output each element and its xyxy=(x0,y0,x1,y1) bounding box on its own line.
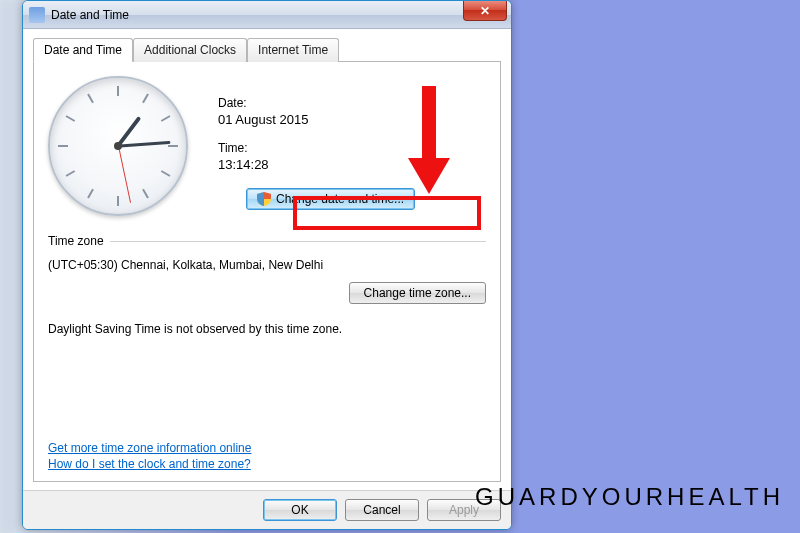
date-time-row: Date: 01 August 2015 Time: 13:14:28 Chan xyxy=(48,76,486,216)
timezone-value: (UTC+05:30) Chennai, Kolkata, Mumbai, Ne… xyxy=(48,258,486,272)
dialog-footer: OK Cancel Apply xyxy=(23,490,511,529)
timezone-section-header: Time zone xyxy=(48,234,486,248)
analog-clock xyxy=(48,76,188,216)
time-value: 13:14:28 xyxy=(218,157,415,172)
shield-icon xyxy=(257,192,271,206)
change-timezone-label: Change time zone... xyxy=(364,286,471,300)
clock-pin xyxy=(114,142,122,150)
minute-hand xyxy=(118,141,170,148)
app-icon xyxy=(29,7,45,23)
date-time-window: Date and Time ✕ Date and Time Additional… xyxy=(22,0,512,530)
ok-button[interactable]: OK xyxy=(263,499,337,521)
titlebar[interactable]: Date and Time ✕ xyxy=(23,1,511,29)
tab-label: Date and Time xyxy=(44,43,122,57)
second-hand xyxy=(118,146,131,203)
tab-strip: Date and Time Additional Clocks Internet… xyxy=(33,37,501,62)
client-area: Date and Time Additional Clocks Internet… xyxy=(23,29,511,490)
time-label: Time: xyxy=(218,141,415,155)
timezone-section-label: Time zone xyxy=(48,234,104,248)
link-label: How do I set the clock and time zone? xyxy=(48,457,251,471)
tab-date-and-time[interactable]: Date and Time xyxy=(33,38,133,62)
clock-face xyxy=(48,76,188,216)
change-date-time-label: Change date and time... xyxy=(276,192,404,206)
tab-label: Internet Time xyxy=(258,43,328,57)
tab-pane: Date: 01 August 2015 Time: 13:14:28 Chan xyxy=(33,62,501,482)
dst-text: Daylight Saving Time is not observed by … xyxy=(48,322,486,336)
window-title: Date and Time xyxy=(51,8,129,22)
tab-label: Additional Clocks xyxy=(144,43,236,57)
button-label: Cancel xyxy=(363,503,400,517)
help-links: Get more time zone information online Ho… xyxy=(48,439,251,471)
tab-internet-time[interactable]: Internet Time xyxy=(247,38,339,62)
change-date-time-button[interactable]: Change date and time... xyxy=(246,188,415,210)
button-label: OK xyxy=(291,503,308,517)
close-icon: ✕ xyxy=(480,4,490,18)
link-how-set-clock[interactable]: How do I set the clock and time zone? xyxy=(48,457,251,471)
divider xyxy=(110,241,486,242)
date-time-info: Date: 01 August 2015 Time: 13:14:28 Chan xyxy=(218,76,415,210)
date-label: Date: xyxy=(218,96,415,110)
link-more-tz-info[interactable]: Get more time zone information online xyxy=(48,441,251,455)
close-button[interactable]: ✕ xyxy=(463,1,507,21)
date-value: 01 August 2015 xyxy=(218,112,415,127)
watermark-text: GUARDYOURHEALTH xyxy=(475,483,784,511)
link-label: Get more time zone information online xyxy=(48,441,251,455)
tab-additional-clocks[interactable]: Additional Clocks xyxy=(133,38,247,62)
change-timezone-button[interactable]: Change time zone... xyxy=(349,282,486,304)
cancel-button[interactable]: Cancel xyxy=(345,499,419,521)
